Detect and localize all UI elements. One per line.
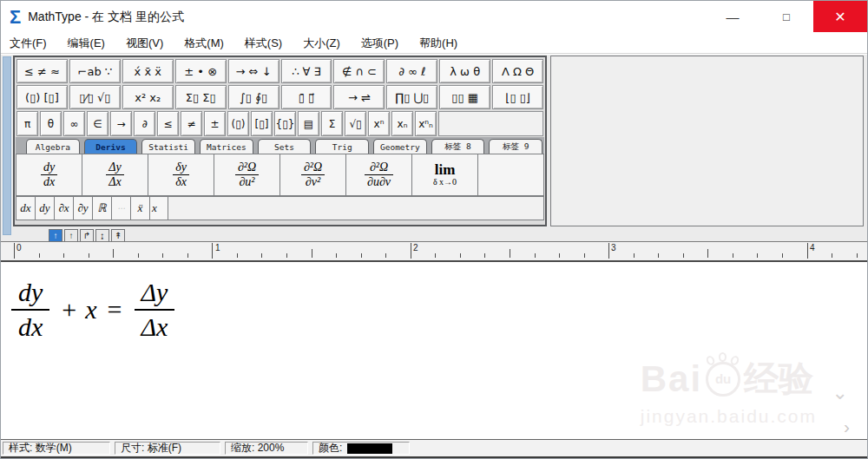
menu-item[interactable]: 文件(F): [10, 36, 47, 51]
insert-arrow-button[interactable]: ↑: [64, 229, 78, 242]
category-tab[interactable]: Matrices: [200, 139, 253, 154]
menu-item[interactable]: 选项(P): [361, 36, 398, 51]
template-palette-button[interactable]: ▯̄ ▯⃗: [281, 85, 332, 109]
status-zoom-field[interactable]: 缩放: 200%: [225, 442, 308, 455]
derivative-template-button[interactable]: ∂²Ω ∂u²: [214, 154, 279, 196]
insert-arrow-button[interactable]: ↑: [49, 229, 62, 242]
quick-symbol-button[interactable]: xⁿₙ: [415, 111, 437, 136]
template-fraction: dy dx: [41, 161, 57, 189]
differential-shortcut-button[interactable]: ∂y: [73, 196, 92, 220]
template-palette-button[interactable]: → ⇌: [333, 85, 385, 109]
category-tab[interactable]: 标签 9: [489, 139, 542, 154]
watermark-url: jingyan.baidu.com: [641, 406, 817, 427]
category-tab[interactable]: Derivs: [84, 139, 138, 154]
category-tab[interactable]: Sets: [258, 139, 312, 154]
symbol-palette-button[interactable]: Λ Ω Θ: [492, 59, 543, 83]
quick-symbol-button[interactable]: θ: [40, 111, 62, 136]
status-bar: 样式: 数学(M) 尺寸: 标准(F) 缩放: 200% 颜色:: [1, 439, 867, 458]
symbol-palette-button[interactable]: x́ x̄ ẍ: [122, 59, 174, 83]
template-palette-button[interactable]: ▯⁄▯ √▯: [69, 85, 121, 109]
baidu-paw-icon: du: [706, 362, 740, 397]
status-color-label: 颜色:: [319, 441, 342, 456]
quick-symbol-button[interactable]: [▯]: [251, 111, 273, 136]
maximize-button[interactable]: □: [760, 1, 813, 32]
template-palette-button[interactable]: ⌊▯ ▯⌋: [492, 85, 543, 109]
quick-symbol-button[interactable]: Σ: [321, 111, 343, 136]
quick-symbol-button[interactable]: ∂: [134, 111, 155, 136]
menu-item[interactable]: 编辑(E): [68, 36, 105, 51]
differential-shortcut-button[interactable]: ℝ: [92, 196, 111, 220]
close-button[interactable]: ✕: [813, 1, 867, 32]
differential-shortcut-button[interactable]: x⃛: [149, 196, 168, 220]
template-palette-button[interactable]: ∏▯ ⋃▯: [386, 85, 437, 109]
symbol-palette-button[interactable]: ⌐ab ∵: [69, 59, 121, 83]
scroll-right-icon[interactable]: ›: [844, 417, 850, 436]
derivative-template-button[interactable]: Δy Δx: [82, 154, 148, 196]
status-size-field[interactable]: 尺寸: 标准(F): [115, 442, 220, 455]
template-palette-button[interactable]: ▯▯ ▦: [439, 85, 490, 109]
menu-item[interactable]: 大小(Z): [303, 36, 340, 51]
menu-item[interactable]: 格式(M): [184, 36, 224, 51]
derivative-template-button[interactable]: ∂²Ω ∂u∂v: [345, 154, 411, 196]
quick-symbol-button[interactable]: (▯): [227, 111, 249, 136]
insert-arrow-button[interactable]: ↟: [111, 229, 125, 242]
derivative-template-button[interactable]: lim δ x→0: [411, 154, 477, 196]
status-style-field[interactable]: 样式: 数学(M): [3, 442, 110, 455]
quick-symbol-button[interactable]: ▤: [298, 111, 319, 136]
title-bar: Σ MathType - 在 文档 里的公式 — □ ✕: [1, 1, 867, 33]
menu-item[interactable]: 帮助(H): [419, 36, 457, 51]
menu-item[interactable]: 样式(S): [245, 36, 282, 51]
template-palette-button[interactable]: Σ▯ Σ▯: [175, 85, 227, 109]
equation[interactable]: dy dx + x = Δy Δx: [11, 276, 174, 343]
category-tab[interactable]: Algebra: [26, 139, 80, 154]
quick-symbol-button[interactable]: {▯}: [274, 111, 296, 136]
differential-shortcut-button[interactable]: ⋯: [111, 196, 130, 220]
symbol-palette-button[interactable]: ∉ ∩ ⊂: [333, 59, 385, 83]
derivative-template-button[interactable]: dy dx: [16, 154, 82, 196]
derivative-template-button[interactable]: δy δx: [148, 154, 214, 196]
quick-symbol-button[interactable]: xⁿ: [368, 111, 390, 136]
symbol-palette-button[interactable]: ∂ ∞ ℓ: [386, 59, 437, 83]
quick-symbol-button[interactable]: π: [16, 111, 38, 136]
scroll-down-icon[interactable]: ⌄: [832, 384, 848, 403]
menu-bar: 文件(F)编辑(E)视图(V)格式(M)样式(S)大小(Z)选项(P)帮助(H): [1, 33, 867, 54]
template-palette-row: (▯) [▯]▯⁄▯ √▯x² x₂Σ▯ Σ▯∫▯ ∮▯▯̄ ▯⃗→ ⇌∏▯ ⋃…: [16, 84, 544, 110]
insert-arrow-button[interactable]: ↨: [95, 229, 109, 242]
differential-shortcut-button[interactable]: ẍ: [130, 196, 149, 220]
quick-symbol-button[interactable]: ∈: [87, 111, 108, 136]
quick-symbol-button[interactable]: √▯: [345, 111, 366, 136]
differential-shortcut-button[interactable]: dx: [16, 196, 35, 220]
differential-shortcut-button[interactable]: ∂x: [54, 196, 73, 220]
quick-symbol-button[interactable]: ≤: [157, 111, 179, 136]
quick-symbol-button[interactable]: ±: [204, 111, 226, 136]
quick-symbol-button[interactable]: xₙ: [391, 111, 413, 136]
watermark-suffix-text: 经验: [744, 355, 813, 403]
category-tab[interactable]: Geometry: [373, 139, 427, 154]
symbol-palette-button[interactable]: ± • ⊗: [175, 59, 227, 83]
symbol-palette-button[interactable]: ∴ ∀ ∃: [281, 59, 332, 83]
menu-item[interactable]: 视图(V): [126, 36, 163, 51]
symbol-palette-button[interactable]: ≤ ≠ ≈: [16, 59, 68, 83]
status-color-field[interactable]: 颜色:: [312, 442, 410, 455]
quick-symbol-button[interactable]: ≠: [181, 111, 202, 136]
derivative-template-button[interactable]: [477, 154, 544, 196]
ruler-number: 2: [413, 243, 418, 252]
derivative-template-button[interactable]: ∂²Ω ∂v²: [279, 154, 345, 196]
template-palette-button[interactable]: x² x₂: [122, 85, 174, 109]
quick-symbol-button[interactable]: →: [110, 111, 132, 136]
minimize-button[interactable]: —: [706, 1, 760, 32]
insert-arrow-button[interactable]: ↱: [80, 229, 94, 242]
category-tab[interactable]: 标签 8: [431, 139, 485, 154]
category-tab[interactable]: Statisti: [141, 139, 195, 154]
ruler[interactable]: 01234: [1, 241, 867, 262]
differential-shortcut-button[interactable]: dy: [35, 196, 54, 220]
ruler-number: 4: [810, 243, 815, 252]
template-palette-button[interactable]: (▯) [▯]: [16, 85, 68, 109]
equation-editing-area[interactable]: dy dx + x = Δy Δx Bai du 经验 jingyan.baid…: [1, 264, 867, 439]
category-tab[interactable]: Trig: [315, 139, 369, 154]
quick-symbol-button[interactable]: ∞: [63, 111, 85, 136]
symbol-palette-button[interactable]: λ ω θ: [439, 59, 490, 83]
palette-dock-handle[interactable]: [3, 56, 11, 235]
symbol-palette-button[interactable]: → ⇔ ↓: [228, 59, 279, 83]
template-palette-button[interactable]: ∫▯ ∮▯: [228, 85, 279, 109]
